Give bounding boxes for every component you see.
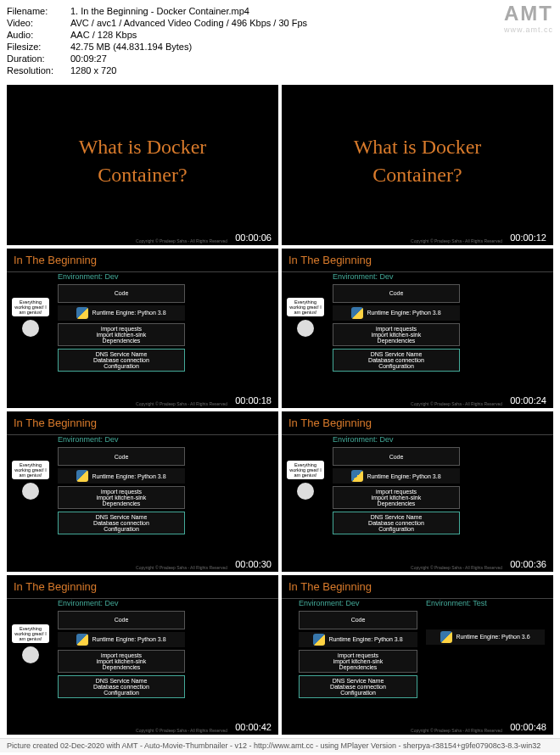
python-icon <box>351 307 363 319</box>
copyright-text: Copyright © Pradeep Saha - All Rights Re… <box>136 401 227 406</box>
configuration-box: DNS Service NameDatabase connectionConfi… <box>58 675 185 698</box>
copyright-text: Copyright © Pradeep Saha - All Rights Re… <box>411 728 502 733</box>
timestamp: 00:00:18 <box>232 394 275 406</box>
runtime-box: Runtime Engine: Python 3.8 <box>58 468 185 484</box>
developer-avatar: Everything working great! I am genius! <box>287 461 324 500</box>
thumbnail-6: In The Beginning Everything working grea… <box>282 411 553 572</box>
configuration-box: DNS Service NameDatabase connectionConfi… <box>58 349 185 372</box>
env-label: Environment: Dev <box>58 599 185 607</box>
copyright-text: Copyright © Pradeep Saha - All Rights Re… <box>411 401 502 406</box>
label-filesize: Filesize: <box>7 41 70 53</box>
slide-header: In The Beginning <box>7 411 278 435</box>
configuration-box: DNS Service NameDatabase connectionConfi… <box>333 349 460 372</box>
metadata-header: Filename: Video: Audio: Filesize: Durati… <box>0 0 560 81</box>
timestamp: 00:00:24 <box>507 394 550 406</box>
code-box: Code <box>58 611 185 629</box>
python-icon <box>76 634 88 646</box>
thumbnail-7: In The Beginning Everything working grea… <box>7 575 278 735</box>
thumbnail-2: What is DockerContainer?Copyright © Prad… <box>282 85 553 245</box>
slide-title: What is DockerContainer? <box>7 133 278 190</box>
timestamp: 00:00:06 <box>232 232 275 243</box>
runtime-box: Runtime Engine: Python 3.8 <box>58 632 185 647</box>
env-label-test: Environment: Test <box>426 599 545 607</box>
dependencies-box: import requestsimport kitchen-sinkDepend… <box>58 486 185 509</box>
code-box: Code <box>333 447 460 466</box>
label-filename: Filename: <box>7 5 70 17</box>
runtime-box: Runtime Engine: Python 3.8 <box>58 305 185 321</box>
python-icon <box>440 631 452 643</box>
value-filesize: 42.75 MB (44.831.194 Bytes) <box>70 41 553 53</box>
code-box: Code <box>58 447 185 466</box>
env-label-dev: Environment: Dev <box>299 599 417 607</box>
label-resolution: Resolution: <box>7 64 70 76</box>
slide-header: In The Beginning <box>7 249 278 272</box>
developer-avatar: Everything working great! I am genius! <box>12 461 49 500</box>
timestamp: 00:00:36 <box>507 558 550 570</box>
developer-avatar: Everything working great! I am genius! <box>12 298 49 337</box>
env-label: Environment: Dev <box>58 272 185 281</box>
copyright-text: Copyright © Pradeep Saha - All Rights Re… <box>136 728 227 733</box>
configuration-box: DNS Service NameDatabase connectionConfi… <box>299 675 417 698</box>
thumbnail-5: In The Beginning Everything working grea… <box>7 411 278 572</box>
copyright-text: Copyright © Pradeep Saha - All Rights Re… <box>411 238 502 243</box>
slide-header: In The Beginning <box>282 575 553 599</box>
copyright-text: Copyright © Pradeep Saha - All Rights Re… <box>136 565 227 570</box>
slide-header: In The Beginning <box>282 249 553 272</box>
dependencies-box: import requestsimport kitchen-sinkDepend… <box>58 650 185 673</box>
python-icon <box>351 470 363 482</box>
thumbnail-4: In The Beginning Everything working grea… <box>282 249 553 409</box>
env-label: Environment: Dev <box>58 435 185 444</box>
runtime-box-test: Runtime Engine: Python 3.6 <box>426 629 545 645</box>
amt-logo: AMT www.amt.cc <box>504 2 553 34</box>
slide-header: In The Beginning <box>282 411 553 435</box>
label-duration: Duration: <box>7 53 70 64</box>
developer-avatar: Everything working great! I am genius! <box>12 624 49 663</box>
copyright-text: Copyright © Pradeep Saha - All Rights Re… <box>411 565 502 570</box>
value-video: AVC / avc1 / Advanced Video Coding / 496… <box>70 17 553 29</box>
value-filename: 1. In the Beginning - Docker Container.m… <box>70 5 553 17</box>
dependencies-box: import requestsimport kitchen-sinkDepend… <box>333 486 460 509</box>
slide-header: In The Beginning <box>7 575 278 599</box>
value-resolution: 1280 x 720 <box>70 64 553 76</box>
code-box: Code <box>58 284 185 303</box>
python-icon <box>76 470 88 482</box>
developer-avatar: Everything working great! I am genius! <box>287 298 324 337</box>
timestamp: 00:00:48 <box>507 721 550 733</box>
slide-title: What is DockerContainer? <box>282 133 553 190</box>
footer-text: Picture created 02-Dec-2020 with AMT - A… <box>0 738 560 752</box>
logo-url: www.amt.cc <box>504 25 553 34</box>
label-video: Video: <box>7 17 70 29</box>
configuration-box: DNS Service NameDatabase connectionConfi… <box>58 512 185 534</box>
timestamp: 00:00:42 <box>232 721 275 733</box>
code-box: Code <box>299 611 417 629</box>
value-duration: 00:09:27 <box>70 53 553 64</box>
runtime-box: Runtime Engine: Python 3.8 <box>333 305 460 321</box>
label-audio: Audio: <box>7 29 70 41</box>
env-label: Environment: Dev <box>333 435 460 444</box>
logo-text: AMT <box>504 2 553 25</box>
copyright-text: Copyright © Pradeep Saha - All Rights Re… <box>136 238 227 243</box>
runtime-box: Runtime Engine: Python 3.8 <box>299 632 417 647</box>
timestamp: 00:00:30 <box>232 558 275 570</box>
dependencies-box: import requestsimport kitchen-sinkDepend… <box>333 323 460 346</box>
code-box: Code <box>333 284 460 303</box>
env-label: Environment: Dev <box>333 272 460 281</box>
timestamp: 00:00:12 <box>507 232 550 243</box>
runtime-box: Runtime Engine: Python 3.8 <box>333 468 460 484</box>
python-icon <box>76 307 88 319</box>
thumbnail-grid: What is DockerContainer?Copyright © Prad… <box>0 81 560 738</box>
dependencies-box: import requestsimport kitchen-sinkDepend… <box>299 650 417 673</box>
python-icon <box>313 634 325 646</box>
dependencies-box: import requestsimport kitchen-sinkDepend… <box>58 323 185 346</box>
configuration-box: DNS Service NameDatabase connectionConfi… <box>333 512 460 534</box>
value-audio: AAC / 128 Kbps <box>70 29 553 41</box>
thumbnail-8: In The Beginning Environment: Dev Code R… <box>282 575 553 735</box>
thumbnail-1: What is DockerContainer?Copyright © Prad… <box>7 85 278 245</box>
thumbnail-3: In The Beginning Everything working grea… <box>7 249 278 409</box>
